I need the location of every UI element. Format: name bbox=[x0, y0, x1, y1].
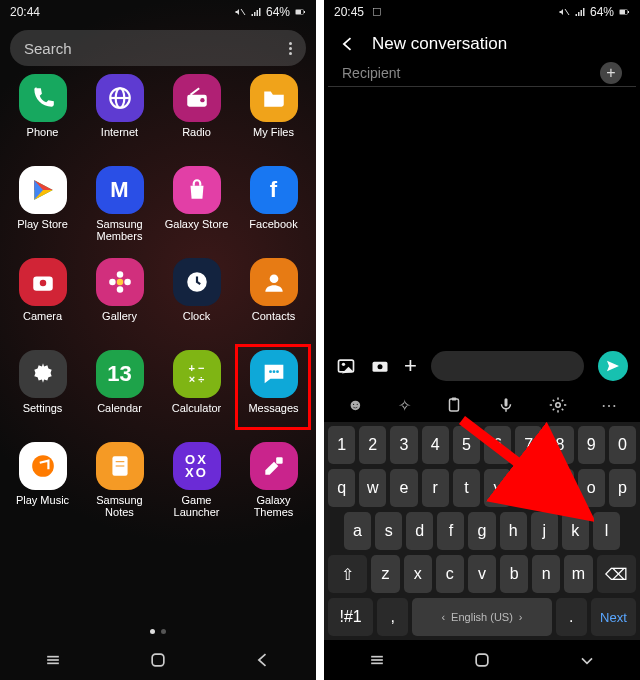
app-galaxy-store[interactable]: Galaxy Store bbox=[158, 166, 235, 258]
key-1[interactable]: 1 bbox=[328, 426, 355, 464]
search-bar[interactable]: Search bbox=[10, 30, 306, 66]
app-samsung-members[interactable]: MSamsung Members bbox=[81, 166, 158, 258]
key-h[interactable]: h bbox=[500, 512, 527, 550]
key-g[interactable]: g bbox=[468, 512, 495, 550]
key-comma[interactable]: , bbox=[377, 598, 408, 636]
key-v[interactable]: v bbox=[468, 555, 496, 593]
plus-icon[interactable]: + bbox=[404, 353, 417, 379]
app-internet[interactable]: Internet bbox=[81, 74, 158, 166]
key-5[interactable]: 5 bbox=[453, 426, 480, 464]
key-j[interactable]: j bbox=[531, 512, 558, 550]
more-icon[interactable]: ⋯ bbox=[601, 396, 617, 415]
message-input[interactable] bbox=[431, 351, 584, 381]
recipient-input[interactable]: Recipient bbox=[342, 65, 400, 81]
key-o[interactable]: o bbox=[578, 469, 605, 507]
home-button[interactable] bbox=[148, 650, 168, 670]
key-k[interactable]: k bbox=[562, 512, 589, 550]
send-button[interactable] bbox=[598, 351, 628, 381]
key-n[interactable]: n bbox=[532, 555, 560, 593]
key-c[interactable]: c bbox=[436, 555, 464, 593]
page-indicator bbox=[0, 625, 316, 640]
recents-button[interactable] bbox=[367, 650, 387, 670]
key-p[interactable]: p bbox=[609, 469, 636, 507]
emoji-icon[interactable]: ☻ bbox=[347, 396, 364, 414]
key-4[interactable]: 4 bbox=[422, 426, 449, 464]
key-d[interactable]: d bbox=[406, 512, 433, 550]
key-f[interactable]: f bbox=[437, 512, 464, 550]
back-icon[interactable] bbox=[338, 34, 358, 54]
key-next[interactable]: Next bbox=[591, 598, 636, 636]
app-galaxy-themes[interactable]: Galaxy Themes bbox=[235, 442, 312, 534]
app-label: Facebook bbox=[249, 218, 297, 230]
app-facebook[interactable]: fFacebook bbox=[235, 166, 312, 258]
keyboard-hide-button[interactable] bbox=[577, 650, 597, 670]
more-icon[interactable] bbox=[289, 42, 292, 55]
app-icon bbox=[19, 74, 67, 122]
key-backspace[interactable]: ⌫ bbox=[597, 555, 636, 593]
keyboard: 1234567890 qwertyuiop asdfghjkl ⇧zxcvbnm… bbox=[324, 422, 640, 640]
key-s[interactable]: s bbox=[375, 512, 402, 550]
key-e[interactable]: e bbox=[390, 469, 417, 507]
key-period[interactable]: . bbox=[556, 598, 587, 636]
home-button[interactable] bbox=[472, 650, 492, 670]
search-placeholder: Search bbox=[24, 40, 72, 57]
key-7[interactable]: 7 bbox=[515, 426, 542, 464]
app-samsung-notes[interactable]: Samsung Notes bbox=[81, 442, 158, 534]
recents-button[interactable] bbox=[43, 650, 63, 670]
svg-point-18 bbox=[269, 274, 278, 283]
app-icon bbox=[19, 350, 67, 398]
key-9[interactable]: 9 bbox=[578, 426, 605, 464]
sticker-icon[interactable]: ✧ bbox=[398, 396, 411, 415]
key-q[interactable]: q bbox=[328, 469, 355, 507]
app-contacts[interactable]: Contacts bbox=[235, 258, 312, 350]
app-settings[interactable]: Settings bbox=[4, 350, 81, 442]
status-indicators: 64% bbox=[558, 5, 630, 19]
svg-point-11 bbox=[38, 279, 47, 288]
key-y[interactable]: y bbox=[484, 469, 511, 507]
back-button[interactable] bbox=[253, 650, 273, 670]
key-a[interactable]: a bbox=[344, 512, 371, 550]
app-label: Play Music bbox=[16, 494, 69, 506]
key-6[interactable]: 6 bbox=[484, 426, 511, 464]
app-camera[interactable]: Camera bbox=[4, 258, 81, 350]
key-8[interactable]: 8 bbox=[546, 426, 573, 464]
mic-icon[interactable] bbox=[497, 396, 515, 414]
key-x[interactable]: x bbox=[404, 555, 432, 593]
key-m[interactable]: m bbox=[564, 555, 592, 593]
key-b[interactable]: b bbox=[500, 555, 528, 593]
key-w[interactable]: w bbox=[359, 469, 386, 507]
phone-messages-compose: 20:45 64% New conversation Recipient + + bbox=[324, 0, 640, 680]
key-t[interactable]: t bbox=[453, 469, 480, 507]
app-messages[interactable]: Messages bbox=[235, 350, 312, 442]
app-phone[interactable]: Phone bbox=[4, 74, 81, 166]
key-i[interactable]: i bbox=[546, 469, 573, 507]
app-game-launcher[interactable]: OXXOGame Launcher bbox=[158, 442, 235, 534]
key-0[interactable]: 0 bbox=[609, 426, 636, 464]
key-r[interactable]: r bbox=[422, 469, 449, 507]
app-calculator[interactable]: + −× ÷Calculator bbox=[158, 350, 235, 442]
gear-icon[interactable] bbox=[549, 396, 567, 414]
app-icon bbox=[250, 350, 298, 398]
key-symbols[interactable]: !#1 bbox=[328, 598, 373, 636]
keyboard-toolbar: ☻ ✧ ⋯ bbox=[324, 388, 640, 422]
app-radio[interactable]: Radio bbox=[158, 74, 235, 166]
app-my-files[interactable]: My Files bbox=[235, 74, 312, 166]
camera-icon[interactable] bbox=[370, 356, 390, 376]
key-u[interactable]: u bbox=[515, 469, 542, 507]
key-shift[interactable]: ⇧ bbox=[328, 555, 367, 593]
app-play-store[interactable]: Play Store bbox=[4, 166, 81, 258]
add-recipient-button[interactable]: + bbox=[600, 62, 622, 84]
key-z[interactable]: z bbox=[371, 555, 399, 593]
key-space[interactable]: ‹English (US)› bbox=[412, 598, 551, 636]
clipboard-icon[interactable] bbox=[445, 396, 463, 414]
app-icon: + −× ÷ bbox=[173, 350, 221, 398]
image-icon[interactable] bbox=[336, 356, 356, 376]
app-clock[interactable]: Clock bbox=[158, 258, 235, 350]
key-l[interactable]: l bbox=[593, 512, 620, 550]
app-calendar[interactable]: 13Calendar bbox=[81, 350, 158, 442]
app-icon bbox=[250, 74, 298, 122]
app-play-music[interactable]: Play Music bbox=[4, 442, 81, 534]
key-3[interactable]: 3 bbox=[390, 426, 417, 464]
app-gallery[interactable]: Gallery bbox=[81, 258, 158, 350]
key-2[interactable]: 2 bbox=[359, 426, 386, 464]
